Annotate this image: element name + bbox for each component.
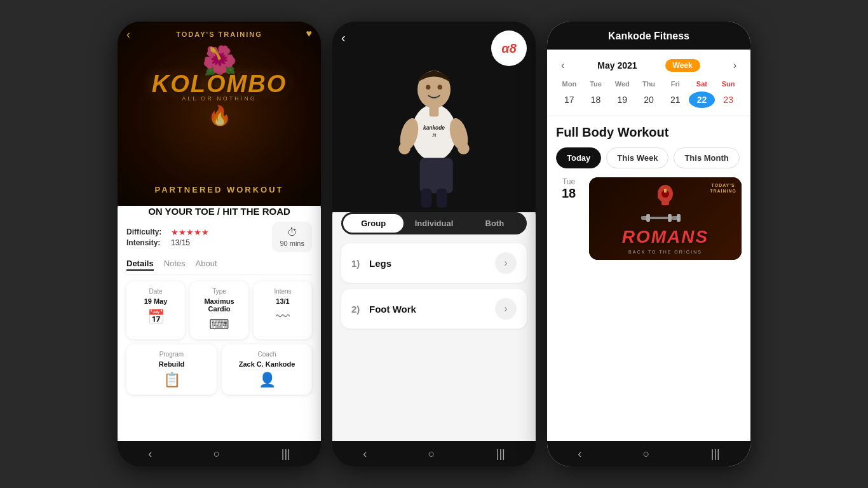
intensity-value: 13/15 [171, 238, 190, 247]
calendar-section: ‹ May 2021 Week › Mon Tue Wed Thu Fri Sa… [547, 50, 750, 116]
svg-text:kankode: kankode [423, 125, 445, 131]
spartan-icon [653, 184, 678, 209]
date-card-label: Date [149, 288, 162, 295]
day-thu: Thu [635, 80, 662, 88]
svg-rect-11 [420, 158, 453, 194]
nav-menu-btn-3[interactable]: ||| [711, 447, 720, 461]
type-card-value: Maximus Cardio [195, 297, 243, 313]
filter-this-month[interactable]: This Month [674, 147, 739, 168]
phone2-back-icon[interactable]: ‹ [341, 30, 346, 45]
date-19[interactable]: 19 [609, 92, 635, 108]
tab-row: Details Notes About [126, 259, 312, 275]
phone-1: ‹ TODAY'S TRAINING ♥ 🌺 KOLOMBO ALL OR NO… [118, 22, 321, 466]
cal-next-arrow[interactable]: › [728, 57, 742, 74]
bottom-nav-1: ‹ ○ ||| [118, 441, 321, 466]
kankode-fitness-title: Kankode Fitness [608, 30, 689, 41]
phone1-content: ON YOUR TOE / HIT THE ROAD Difficulty: ★… [118, 196, 321, 441]
info-grid-1: Date 19 May 📅 Type Maximus Cardio ⌨ Inte… [126, 281, 312, 339]
date-17[interactable]: 17 [556, 92, 583, 108]
schedule-card[interactable]: TODAY'STRAINING [589, 177, 742, 260]
program-icon: 📋 [163, 372, 180, 388]
exercise-card-legs[interactable]: 1) Legs › [341, 243, 527, 283]
nav-back-btn[interactable]: ‹ [148, 447, 152, 461]
date-20[interactable]: 20 [635, 92, 662, 108]
info-card-program: Program Rebuild 📋 [126, 344, 217, 395]
brand-name: KOLOMBO [152, 71, 287, 98]
calendar-month: May 2021 [597, 60, 637, 71]
week-badge[interactable]: Week [665, 59, 700, 72]
nav-home-btn[interactable]: ○ [214, 447, 220, 461]
svg-text:.fit: .fit [432, 133, 437, 137]
schedule-day-name: Tue [556, 177, 581, 186]
difficulty-stars: ★★★★★ [171, 227, 209, 237]
romans-sub: BACK TO THE ORIGINS [628, 250, 702, 254]
exercise-num-2: 2) [351, 304, 369, 315]
svg-rect-15 [661, 200, 669, 205]
info-card-type: Type Maximus Cardio ⌨ [190, 281, 248, 339]
svg-rect-21 [650, 217, 668, 219]
nav-menu-btn[interactable]: ||| [281, 447, 290, 461]
bottom-nav-3: ‹ ○ ||| [547, 441, 750, 466]
intensity-icon: 〰 [276, 309, 290, 325]
tab-notes[interactable]: Notes [164, 259, 186, 271]
segment-both[interactable]: Both [465, 214, 525, 233]
schedule-day-num: 18 [556, 186, 581, 201]
date-18[interactable]: 18 [583, 92, 609, 108]
phone-2: ‹ α8 kankode .fit [332, 22, 536, 466]
phone-3: Kankode Fitness ‹ May 2021 Week › Mon Tu… [547, 22, 750, 466]
calendar-nav: ‹ May 2021 Week › [556, 57, 742, 74]
workout-section: Full Body Workout Today This Week This M… [547, 116, 750, 441]
date-22-today[interactable]: 22 [689, 92, 715, 108]
day-sat: Sat [689, 80, 715, 88]
day-mon: Mon [556, 80, 583, 88]
date-21[interactable]: 21 [662, 92, 689, 108]
cal-prev-arrow[interactable]: ‹ [556, 57, 569, 74]
partnered-label: PARTNERED WORKOUT [118, 185, 321, 194]
heart-icon[interactable]: ♥ [306, 28, 313, 39]
nav-back-btn-3[interactable]: ‹ [578, 447, 581, 461]
filter-this-week[interactable]: This Week [606, 147, 668, 168]
intensity-line: Intensity: 13/15 [126, 238, 209, 247]
workout-title: ON YOUR TOE / HIT THE ROAD [126, 206, 312, 217]
info-card-coach: Coach Zack C. Kankode 👤 [222, 344, 312, 395]
exercise-card-footwork[interactable]: 2) Foot Work › [341, 289, 527, 329]
filter-today[interactable]: Today [556, 147, 601, 168]
today-training-label: TODAY'S TRAINING [118, 30, 321, 38]
intensity-label: Intensity: [126, 238, 166, 247]
nav-menu-btn-2[interactable]: ||| [496, 447, 505, 461]
svg-rect-12 [421, 189, 432, 208]
svg-point-9 [438, 85, 442, 89]
date-card-value: 19 May [144, 297, 168, 305]
svg-point-4 [458, 142, 470, 154]
exercise-arrow-2[interactable]: › [495, 298, 517, 320]
romans-brand: ROMANS [622, 227, 709, 247]
logo-area: 🌺 KOLOMBO ALL OR NOTHING 🔥 [118, 44, 321, 155]
phone1-header: ‹ TODAY'S TRAINING ♥ 🌺 KOLOMBO ALL OR NO… [118, 22, 321, 206]
nav-home-btn-2[interactable]: ○ [428, 447, 435, 461]
nav-back-btn-2[interactable]: ‹ [363, 447, 367, 461]
svg-rect-18 [664, 189, 667, 193]
segment-individual[interactable]: Individual [403, 214, 464, 233]
nav-home-btn-3[interactable]: ○ [643, 447, 650, 461]
day-tue: Tue [583, 80, 609, 88]
day-fri: Fri [662, 80, 689, 88]
svg-rect-22 [668, 214, 672, 222]
full-body-title: Full Body Workout [556, 125, 742, 140]
exercise-name-legs: Legs [369, 258, 495, 269]
phone3-content: Kankode Fitness ‹ May 2021 Week › Mon Tu… [547, 22, 750, 466]
date-23[interactable]: 23 [715, 92, 742, 108]
athlete-figure: kankode .fit [370, 41, 498, 212]
tab-about[interactable]: About [196, 259, 217, 271]
exercise-arrow-1[interactable]: › [495, 252, 517, 274]
svg-rect-20 [646, 214, 650, 222]
type-card-label: Type [212, 288, 226, 295]
type-icon: ⌨ [209, 316, 229, 333]
program-card-label: Program [159, 351, 184, 358]
exercise-num-1: 1) [351, 258, 369, 269]
segment-group[interactable]: Group [343, 214, 403, 233]
difficulty-line: Difficulty: ★★★★★ [126, 227, 209, 237]
tab-details[interactable]: Details [126, 259, 154, 271]
schedule-date-col: Tue 18 [556, 177, 581, 201]
phone2-content: Group Individual Both 1) Legs › 2) Foot … [332, 202, 536, 441]
schedule-item: Tue 18 TODAY'STRAINING [556, 177, 742, 260]
